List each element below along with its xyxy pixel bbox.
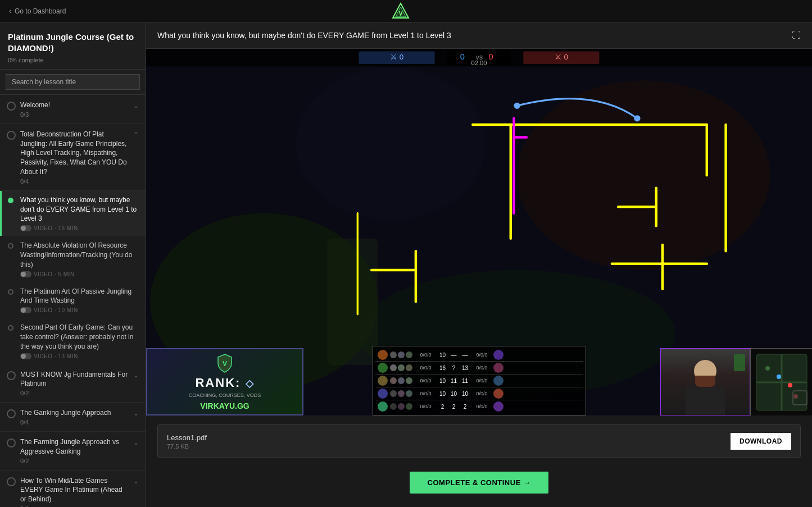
- lesson-toggle-current: [20, 225, 31, 231]
- score-level-4: 10: [460, 391, 471, 397]
- score-cs-2: 16: [437, 365, 448, 371]
- lesson-type-2: VIDEO · 5 MIN: [34, 271, 75, 277]
- score-kda-2: 0/0/0: [415, 365, 437, 371]
- rank-icon: ◇: [246, 378, 255, 389]
- progress-label: 0% complete: [8, 57, 138, 63]
- complete-continue-button[interactable]: COMPLETE & CONTINUE →: [410, 472, 549, 494]
- item14: [398, 403, 405, 410]
- lesson-dot-3: [8, 289, 13, 295]
- score-row-3: 0/0/0 10 11 11 0/0/0: [375, 374, 583, 387]
- lesson-title-current: What you think you know, but maybe don't…: [20, 195, 139, 223]
- lesson-search-select[interactable]: Search by lesson title: [6, 74, 140, 90]
- score-champ-r3: [493, 376, 503, 386]
- item11: [398, 390, 405, 397]
- lesson-dot-4: [8, 325, 13, 331]
- item12: [406, 390, 412, 397]
- svg-point-42: [788, 383, 792, 387]
- score-kda-3: 0/0/0: [415, 378, 437, 383]
- must-know-circle: [7, 371, 16, 380]
- download-size: 77.5 KB: [167, 443, 207, 450]
- svg-point-31: [514, 103, 520, 109]
- item10: [390, 390, 397, 397]
- main-area: Platinum Jungle Course (Get to DIAMOND!)…: [0, 22, 812, 507]
- download-info: Lesson1.pdf 77.5 KB: [167, 433, 207, 450]
- back-to-dashboard[interactable]: ‹ Go to Dashboard: [9, 7, 66, 15]
- score-kda-1: 0/0/0: [415, 352, 437, 358]
- sidebar: Platinum Jungle Course (Get to DIAMOND!)…: [0, 22, 146, 507]
- sidebar-item-ganking[interactable]: The Ganking Jungle Approach 0/4 ⌄: [0, 403, 146, 432]
- lesson-toggle-4: [20, 353, 31, 359]
- lesson-toggle-2: [20, 271, 31, 277]
- banner-subtitle: COACHING, COURSES, VODS: [189, 392, 261, 399]
- sidebar-item-must-know[interactable]: MUST KNOW Jg Fundamentals For Platinum 0…: [0, 364, 146, 403]
- download-button[interactable]: DOWNLOAD: [731, 433, 791, 450]
- lesson-item-4[interactable]: Second Part Of Early Game: Can you take …: [0, 318, 146, 364]
- score-sep3: 11: [448, 378, 460, 384]
- person-beard: [695, 376, 715, 387]
- scoreboard-overlay: 0/0/0 10 — — 0/0/0 0/: [373, 346, 586, 415]
- lesson-meta-4: VIDEO · 13 MIN: [20, 353, 139, 359]
- lesson-item-3[interactable]: The Platinum Art Of Passive Jungling And…: [0, 282, 146, 319]
- welcome-circle: [7, 102, 16, 111]
- score-level-2: 13: [460, 365, 471, 371]
- course-title: Platinum Jungle Course (Get to DIAMOND!): [8, 31, 138, 53]
- mid-late-info: How To Win Mid/Late Games EVERY Game In …: [20, 476, 129, 507]
- back-label: Go to Dashboard: [15, 7, 66, 15]
- ganking-info: The Ganking Jungle Approach 0/4: [20, 408, 129, 426]
- lesson-item-current[interactable]: What you think you know, but maybe don't…: [0, 191, 146, 236]
- score-cs-4: 10: [437, 391, 448, 397]
- rank-label: RANK:: [195, 376, 241, 390]
- minimap-svg: [751, 349, 812, 415]
- svg-point-41: [777, 374, 781, 379]
- sidebar-header: Platinum Jungle Course (Get to DIAMOND!)…: [0, 22, 146, 70]
- banner-rank-text: RANK: ◇: [195, 376, 254, 390]
- score-sep: —: [448, 352, 460, 358]
- video-container[interactable]: ⚔ 0 0 vs 0 02:00 ⚔ 0: [146, 49, 812, 415]
- item7: [390, 377, 397, 384]
- svg-text:⚔ 0: ⚔ 0: [555, 53, 568, 61]
- score-row-5: 0/0/0 2 2 2 0/0/0: [375, 400, 583, 413]
- svg-point-7: [296, 68, 486, 220]
- sidebar-item-total-deconstruction[interactable]: Total Deconstruction Of Plat Jungling: A…: [0, 124, 146, 191]
- download-card: Lesson1.pdf 77.5 KB DOWNLOAD: [157, 424, 801, 458]
- farming-info: The Farming Jungle Approach vs Aggressiv…: [20, 437, 129, 464]
- farming-count: 0/2: [20, 458, 129, 464]
- lesson-meta-current: VIDEO · 15 MIN: [20, 225, 139, 231]
- item1: [390, 351, 397, 358]
- ganking-name: The Ganking Jungle Approach: [20, 408, 129, 418]
- item5: [398, 364, 405, 371]
- score-sep5: 2: [448, 404, 460, 410]
- must-know-chevron-icon: ⌄: [133, 371, 139, 379]
- score-champ-5: [378, 401, 388, 412]
- lesson-title-4: Second Part Of Early Game: Can you take …: [20, 323, 139, 351]
- total-deconstruction-info: Total Deconstruction Of Plat Jungling: A…: [20, 130, 129, 185]
- lesson-type-3: VIDEO · 10 MIN: [34, 307, 78, 313]
- ganking-chevron-icon: ⌄: [133, 409, 139, 417]
- webcam-overlay: [660, 348, 812, 415]
- fullscreen-button[interactable]: ⛶: [792, 30, 801, 40]
- lesson-search-container[interactable]: Search by lesson title: [0, 70, 146, 95]
- lesson-dot-2: [8, 243, 13, 249]
- score-cs-1: 10: [437, 352, 448, 358]
- sidebar-item-welcome[interactable]: Welcome! 0/3 ⌄: [0, 95, 146, 124]
- sidebar-item-farming[interactable]: The Farming Jungle Approach vs Aggressiv…: [0, 432, 146, 471]
- item8: [398, 377, 405, 384]
- lesson-toggle-3: [20, 307, 31, 313]
- background-item: [734, 354, 745, 371]
- score-champ-r2: [493, 363, 503, 373]
- item15: [406, 403, 412, 410]
- back-arrow-icon: ‹: [9, 7, 11, 15]
- score-kda-r1: 0/0/0: [471, 352, 493, 358]
- lesson-meta-3: VIDEO · 10 MIN: [20, 307, 139, 313]
- svg-text:⚔ 0: ⚔ 0: [390, 53, 403, 61]
- mid-late-chevron-icon: ⌄: [133, 477, 139, 485]
- lesson-item-2[interactable]: The Absolute Violation Of Resource Wasti…: [0, 236, 146, 282]
- score-champ-r5: [493, 401, 503, 412]
- sidebar-scroll-area: Welcome! 0/3 ⌄ Total Deconstruction Of P…: [0, 95, 146, 507]
- sidebar-item-mid-late[interactable]: How To Win Mid/Late Games EVERY Game In …: [0, 471, 146, 507]
- score-kda-r3: 0/0/0: [471, 378, 493, 383]
- logo-container: V: [392, 2, 410, 20]
- item2: [398, 351, 405, 358]
- score-cs-5: 2: [437, 404, 448, 410]
- score-level-1: —: [460, 352, 471, 358]
